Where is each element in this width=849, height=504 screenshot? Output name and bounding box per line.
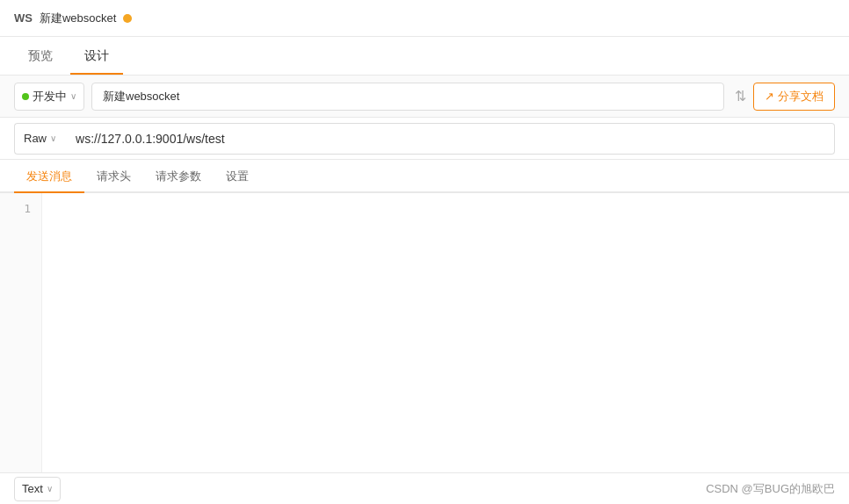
status-dot bbox=[123, 14, 132, 23]
ws-label: WS bbox=[14, 11, 33, 25]
text-type-selector[interactable]: Text ∨ bbox=[14, 477, 61, 501]
editor-content[interactable] bbox=[42, 193, 849, 472]
tab-preview[interactable]: 预览 bbox=[14, 40, 67, 75]
sub-tab-send-message[interactable]: 发送消息 bbox=[14, 162, 84, 193]
top-bar: WS 新建websocket bbox=[0, 0, 849, 37]
share-icon: ↗ bbox=[765, 90, 774, 103]
bottom-bar: Text ∨ CSDN @写BUG的旭欧巴 bbox=[0, 472, 849, 504]
editor-area: 1 bbox=[0, 193, 849, 472]
method-selector[interactable]: Raw ∨ bbox=[14, 123, 65, 155]
request-name-input[interactable] bbox=[91, 83, 724, 111]
sub-tab-settings[interactable]: 设置 bbox=[214, 162, 261, 193]
method-label: Raw bbox=[24, 132, 47, 145]
url-row: Raw ∨ bbox=[0, 118, 849, 160]
line-numbers: 1 bbox=[0, 193, 42, 472]
text-type-chevron-icon: ∨ bbox=[47, 484, 53, 493]
page-title: 新建websocket bbox=[40, 11, 116, 26]
tabs-bar: 预览 设计 bbox=[0, 37, 849, 76]
url-input[interactable] bbox=[65, 123, 835, 155]
env-status-dot bbox=[22, 93, 29, 100]
tab-design[interactable]: 设计 bbox=[70, 40, 123, 75]
share-label: 分享文档 bbox=[778, 89, 824, 104]
method-chevron-icon: ∨ bbox=[50, 133, 56, 143]
sub-tab-request-params[interactable]: 请求参数 bbox=[143, 162, 214, 193]
line-number-1: 1 bbox=[0, 200, 41, 218]
env-label: 开发中 bbox=[33, 89, 67, 104]
toolbar-row: 开发中 ∨ ⇅ ↗ 分享文档 bbox=[0, 76, 849, 118]
sort-icon[interactable]: ⇅ bbox=[735, 88, 746, 104]
env-selector[interactable]: 开发中 ∨ bbox=[14, 83, 84, 111]
chevron-down-icon: ∨ bbox=[70, 91, 76, 101]
sub-tabs-bar: 发送消息 请求头 请求参数 设置 bbox=[0, 160, 849, 193]
sub-tab-request-headers[interactable]: 请求头 bbox=[84, 162, 143, 193]
text-type-label: Text bbox=[22, 482, 43, 495]
share-button[interactable]: ↗ 分享文档 bbox=[753, 83, 835, 111]
credit-text: CSDN @写BUG的旭欧巴 bbox=[706, 481, 835, 497]
